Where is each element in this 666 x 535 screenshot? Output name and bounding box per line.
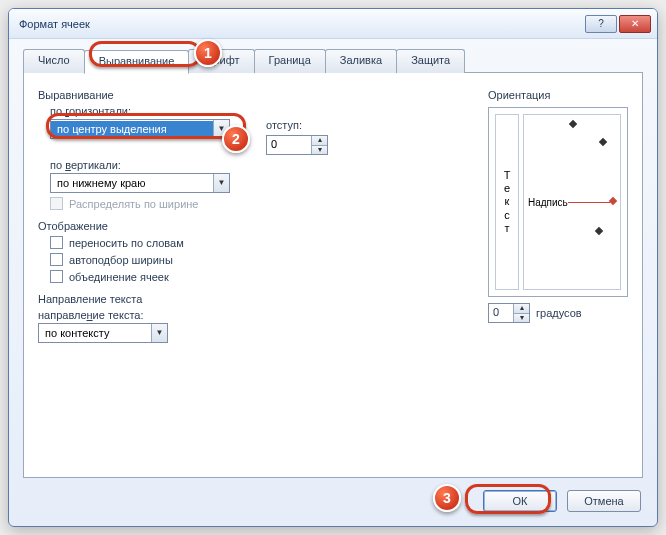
chevron-down-icon[interactable]: ▾ [312,146,327,155]
tab-fill[interactable]: Заливка [325,49,397,73]
format-cells-dialog: Формат ячеек ? ✕ Число Выравнивание Шриф… [8,8,658,527]
indent-value: 0 [267,136,311,154]
alignment-group-label: Выравнивание [38,89,474,101]
horizontal-alignment-value: по центру выделения [51,121,213,137]
distribute-checkbox: Распределять по ширине [50,197,474,210]
orientation-vertical-text[interactable]: Текст [495,114,519,290]
window-controls: ? ✕ [585,15,651,33]
step-callout-2: 2 [222,125,250,153]
titlebar: Формат ячеек ? ✕ [9,9,657,39]
dialog-footer: 3 ОК Отмена [9,490,657,526]
chevron-down-icon: ▼ [151,324,167,342]
tab-number[interactable]: Число [23,49,85,73]
checkbox-icon [50,197,63,210]
tab-strip: Число Выравнивание Шрифт Граница Заливка… [23,49,643,73]
text-direction-dropdown[interactable]: по контексту ▼ [38,323,168,343]
degrees-row: 0 ▴ ▾ градусов [488,303,628,323]
step-callout-3: 3 [433,484,461,512]
orientation-dial[interactable]: Надпись [523,114,621,290]
vertical-alignment-dropdown[interactable]: по нижнему краю ▼ [50,173,230,193]
tab-border[interactable]: Граница [254,49,326,73]
degrees-value: 0 [489,304,513,322]
window-title: Формат ячеек [19,18,90,30]
checkbox-icon [50,236,63,249]
orientation-group-label: Ориентация [488,89,628,101]
vertical-label: по вертикали: [50,159,474,171]
checkbox-icon [50,270,63,283]
close-button[interactable]: ✕ [619,15,651,33]
vertical-alignment-value: по нижнему краю [51,175,213,191]
text-direction-group-label: Направление текста [38,293,474,305]
chevron-down-icon: ▼ [213,174,229,192]
wrap-text-checkbox[interactable]: переносить по словам [50,236,474,249]
indent-spinner[interactable]: 0 ▴ ▾ [266,135,328,155]
ok-button[interactable]: ОК [483,490,557,512]
shrink-to-fit-checkbox[interactable]: автоподбор ширины [50,253,474,266]
horizontal-label: по горизонтали: [50,105,474,117]
step-callout-1: 1 [194,39,222,67]
tab-protection[interactable]: Защита [396,49,465,73]
indent-label: отступ: [266,119,328,131]
text-direction-value: по контексту [39,325,151,341]
display-group-label: Отображение [38,220,474,232]
degrees-label: градусов [536,307,582,319]
checkbox-icon [50,253,63,266]
help-button[interactable]: ? [585,15,617,33]
tab-alignment[interactable]: Выравнивание [84,50,190,74]
merge-cells-checkbox[interactable]: объединение ячеек [50,270,474,283]
degrees-spinner[interactable]: 0 ▴ ▾ [488,303,530,323]
text-direction-label: направление текста: [38,309,474,321]
dialog-content: 1 2 Выравнивание по горизонтали: по цент… [23,72,643,478]
cancel-button[interactable]: Отмена [567,490,641,512]
horizontal-alignment-dropdown[interactable]: по центру выделения ▼ [50,119,230,139]
orientation-control[interactable]: Текст Надпись [488,107,628,297]
chevron-down-icon[interactable]: ▾ [514,314,529,323]
